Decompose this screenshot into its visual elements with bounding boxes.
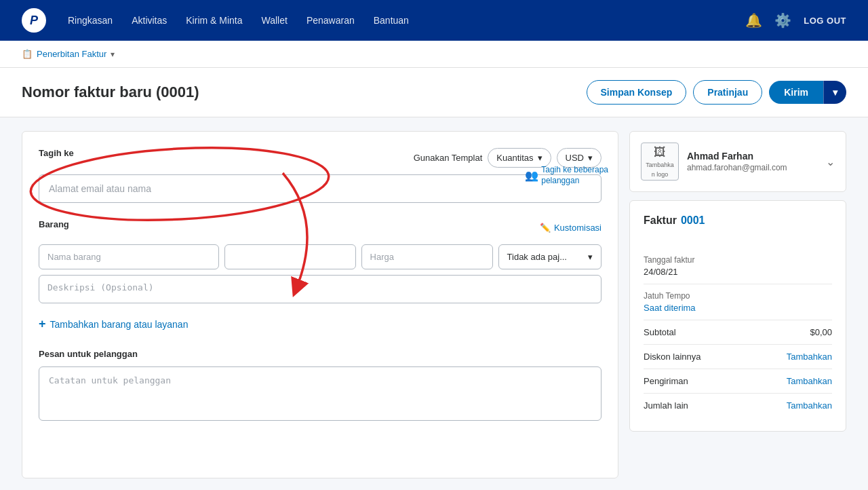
jatuh-tempo-row: Jatuh Tempo Saat diterima [644, 284, 832, 320]
gunakan-templat-label: Gunakan Templat [414, 153, 483, 163]
pajak-dropdown-wrapper: Tidak ada paj... ▾ [498, 244, 601, 269]
sender-chevron-icon[interactable]: ⌄ [826, 155, 835, 168]
subtotal-label: Subtotal [644, 327, 676, 337]
pesan-input[interactable] [39, 366, 601, 421]
tambahkan-label[interactable]: Tambahkan barang atau layanan [50, 319, 189, 330]
nav-penawaran[interactable]: Penawaran [307, 15, 355, 26]
sender-left: 🖼 Tambahka n logo Ahmad Farhan ahmad.far… [641, 143, 787, 181]
nav-kirim-minta[interactable]: Kirim & Minta [186, 15, 242, 26]
jatuh-tempo-value: Saat diterima [644, 303, 832, 313]
logout-button[interactable]: LOG OUT [804, 16, 846, 26]
page-title: Nomor faktur baru (0001) [22, 83, 199, 101]
pengiriman-label: Pengiriman [644, 376, 688, 386]
email-input-wrapper [39, 174, 601, 203]
group-icon: 👥 [525, 169, 538, 182]
sender-info: Ahmad Farhan ahmad.farohan@gmail.com [687, 151, 787, 172]
breadcrumb-bar: 📋 Penerbitan Faktur ▾ [0, 41, 868, 68]
settings-icon[interactable]: ⚙️ [774, 12, 791, 29]
usd-label: USD [566, 153, 584, 163]
deskripsi-input[interactable] [39, 275, 601, 303]
tagih-beberapa-button[interactable]: 👥 Tagih ke beberapa pelanggan [525, 165, 608, 186]
pesan-label: Pesan untuk pelanggan [39, 349, 138, 359]
tambahkan-button[interactable]: + Tambahkan barang atau layanan [39, 317, 601, 331]
tanggal-label: Tanggal faktur [644, 255, 832, 265]
jumlah-lain-row: Jumlah lain Tambahkan [644, 394, 832, 417]
header-actions: Simpan Konsep Pratinjau Kirim ▾ [587, 80, 847, 105]
tanggal-row: Tanggal faktur 24/08/21 [644, 248, 832, 284]
nav-bantuan[interactable]: Bantuan [374, 15, 409, 26]
add-logo-line1: Tambahka [646, 162, 674, 169]
navbar: P Ringkasan Aktivitas Kirim & Minta Wall… [0, 0, 868, 41]
send-caret-button[interactable]: ▾ [823, 81, 846, 104]
breadcrumb-icon: 📋 [22, 49, 33, 59]
send-button[interactable]: Kirim [769, 81, 823, 104]
invoice-title: Faktur [644, 214, 677, 227]
paypal-logo: P [22, 8, 46, 33]
barang-header: Barang ✏️ Kustomisasi [39, 219, 601, 236]
pencil-icon: ✏️ [540, 223, 551, 233]
invoice-summary: Faktur 0001 Tanggal faktur 24/08/21 Jatu… [629, 200, 846, 432]
pesan-section: Pesan untuk pelanggan [39, 347, 601, 423]
kustomisasi-button[interactable]: ✏️ Kustomisasi [540, 223, 601, 233]
diskon-action[interactable]: Tambahkan [787, 352, 832, 362]
usd-chevron-icon: ▾ [588, 153, 593, 163]
jatuh-tempo-label: Jatuh Tempo [644, 291, 832, 301]
barang-label: Barang [39, 219, 69, 229]
kustomisasi-label[interactable]: Kustomisasi [554, 223, 601, 233]
breadcrumb-chevron-icon[interactable]: ▾ [111, 50, 115, 59]
page-header: Nomor faktur baru (0001) Simpan Konsep P… [0, 68, 868, 117]
right-panel: 🖼 Tambahka n logo Ahmad Farhan ahmad.far… [629, 131, 846, 478]
send-button-group: Kirim ▾ [769, 81, 846, 104]
nav-aktivitas[interactable]: Aktivitas [132, 15, 167, 26]
add-logo-line2: n logo [652, 171, 669, 178]
pengiriman-action[interactable]: Tambahkan [787, 376, 832, 386]
tagih-beberapa-label[interactable]: Tagih ke beberapa pelanggan [541, 165, 608, 186]
kuantitas-label: Kuantitas [496, 153, 533, 163]
barang-section: Barang ✏️ Kustomisasi 1 Tidak ada paj...… [39, 219, 601, 306]
pajak-value: Tidak ada paj... [507, 252, 567, 262]
preview-button[interactable]: Pratinjau [693, 80, 762, 105]
breadcrumb-label[interactable]: Penerbitan Faktur [37, 49, 106, 59]
nav-ringkasan[interactable]: Ringkasan [68, 15, 113, 26]
add-logo-button[interactable]: 🖼 Tambahka n logo [641, 143, 679, 181]
sender-card: 🖼 Tambahka n logo Ahmad Farhan ahmad.far… [629, 131, 846, 192]
tagih-ke-section: Tagih ke Gunakan Templat Kuantitas ▾ USD… [39, 148, 601, 203]
pajak-dropdown[interactable]: Tidak ada paj... ▾ [498, 244, 601, 269]
sender-email: ahmad.farohan@gmail.com [687, 163, 787, 172]
left-panel: Tagih ke Gunakan Templat Kuantitas ▾ USD… [22, 131, 618, 478]
tagih-ke-label: Tagih ke [39, 148, 74, 158]
jumlah-lain-label: Jumlah lain [644, 400, 688, 411]
email-input[interactable] [39, 174, 601, 203]
kuantitas-input[interactable]: 1 [224, 244, 356, 269]
tagih-header: Tagih ke Gunakan Templat Kuantitas ▾ USD… [39, 148, 601, 168]
diskon-row: Diskon lainnya Tambahkan [644, 345, 832, 369]
notification-icon[interactable]: 🔔 [745, 12, 762, 29]
nav-wallet[interactable]: Wallet [262, 15, 288, 26]
nama-barang-input[interactable] [39, 244, 219, 269]
pengiriman-row: Pengiriman Tambahkan [644, 369, 832, 394]
pajak-chevron-icon: ▾ [588, 252, 593, 262]
main-content: Tagih ke Gunakan Templat Kuantitas ▾ USD… [0, 117, 868, 490]
harga-input[interactable] [361, 244, 493, 269]
sender-name: Ahmad Farhan [687, 151, 787, 162]
barang-row: 1 Tidak ada paj... ▾ [39, 244, 601, 269]
plus-icon: + [39, 317, 46, 331]
image-icon: 🖼 [654, 145, 666, 159]
kuantitas-chevron-icon: ▾ [538, 153, 542, 163]
subtotal-row: Subtotal $0,00 [644, 320, 832, 345]
subtotal-value: $0,00 [810, 327, 832, 337]
email-section: 👥 Tagih ke beberapa pelanggan [39, 174, 601, 203]
jumlah-lain-action[interactable]: Tambahkan [787, 400, 832, 411]
save-draft-button[interactable]: Simpan Konsep [587, 80, 687, 105]
nav-links: Ringkasan Aktivitas Kirim & Minta Wallet… [68, 15, 724, 26]
navbar-right: 🔔 ⚙️ LOG OUT [745, 12, 846, 29]
tanggal-value: 24/08/21 [644, 267, 832, 277]
invoice-number: 0001 [681, 214, 705, 227]
diskon-label: Diskon lainnya [644, 352, 701, 362]
